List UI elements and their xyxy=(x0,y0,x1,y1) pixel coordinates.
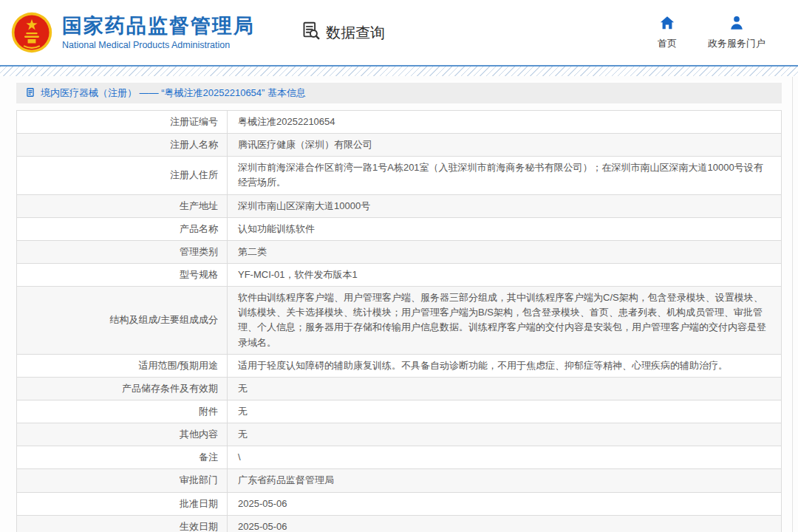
row-label: 备注 xyxy=(17,446,228,469)
table-row: 适用范围/预期用途适用于轻度认知障碍的辅助康复训练。不具备自动诊断功能，不用于焦… xyxy=(17,354,782,377)
table-row: 其他内容无 xyxy=(17,423,782,446)
row-label: 生产地址 xyxy=(17,194,228,217)
nav-item-label: 政务服务门户 xyxy=(708,37,765,50)
nav-item-home[interactable]: 首页 xyxy=(658,15,677,50)
row-label: 批准日期 xyxy=(17,492,228,515)
info-table-body: 注册证编号粤械注准20252210654注册人名称腾讯医疗健康（深圳）有限公司注… xyxy=(17,111,782,532)
row-value: 深圳市前海深港合作区前湾一路1号A栋201室（入驻深圳市前海商务秘书有限公司）；… xyxy=(228,157,782,194)
row-value: 2025-05-06 xyxy=(228,492,782,515)
national-emblem-icon xyxy=(10,11,53,54)
page-edge-line xyxy=(792,77,793,532)
table-row: 批准日期2025-05-06 xyxy=(17,492,782,515)
row-label: 注册人住所 xyxy=(17,157,228,194)
row-label: 型号规格 xyxy=(17,263,228,286)
row-label: 管理类别 xyxy=(17,240,228,263)
document-search-icon xyxy=(301,21,321,44)
row-value: 认知功能训练软件 xyxy=(228,217,782,240)
registration-info-table: 注册证编号粤械注准20252210654注册人名称腾讯医疗健康（深圳）有限公司注… xyxy=(16,110,782,532)
row-label: 注册人名称 xyxy=(17,134,228,157)
row-label: 附件 xyxy=(17,400,228,423)
row-value: 广东省药品监督管理局 xyxy=(228,469,782,492)
table-row: 审批部门广东省药品监督管理局 xyxy=(17,469,782,492)
nav-item-label: 首页 xyxy=(658,37,677,50)
table-row: 备注\ xyxy=(17,446,782,469)
row-label: 适用范围/预期用途 xyxy=(17,354,228,377)
row-value: 无 xyxy=(228,400,782,423)
row-label: 其他内容 xyxy=(17,423,228,446)
row-value: YF-MCI-01，软件发布版本1 xyxy=(228,263,782,286)
data-query-label: 数据查询 xyxy=(326,23,385,43)
row-value: 适用于轻度认知障碍的辅助康复训练。不具备自动诊断功能，不用于焦虑症、抑郁症等精神… xyxy=(228,354,782,377)
row-value: 无 xyxy=(228,377,782,400)
row-label: 结构及组成/主要组成成分 xyxy=(17,287,228,355)
nav-item-service-portal[interactable]: 政务服务门户 xyxy=(708,15,765,50)
data-query-link[interactable]: 数据查询 xyxy=(301,21,385,44)
site-logo[interactable]: 国家药品监督管理局 National Medical Products Admi… xyxy=(10,11,255,54)
row-value: 深圳市南山区深南大道10000号 xyxy=(228,194,782,217)
table-row: 生效日期2025-05-06 xyxy=(17,515,782,532)
org-names: 国家药品监督管理局 National Medical Products Admi… xyxy=(62,15,255,50)
top-nav: 首页 政务服务门户 xyxy=(658,15,765,50)
row-label: 注册证编号 xyxy=(17,111,228,134)
person-icon xyxy=(729,15,745,33)
row-value: 软件由训练程序客户端、用户管理客户端、服务器三部分组成，其中训练程序客户端为C/… xyxy=(228,287,782,355)
main-content: 境内医疗器械（注册） —— “粤械注准20252210654” 基本信息 注册证… xyxy=(0,76,798,532)
table-row: 附件无 xyxy=(17,400,782,423)
row-value: \ xyxy=(228,446,782,469)
document-icon xyxy=(25,87,35,100)
table-row: 产品名称认知功能训练软件 xyxy=(17,217,782,240)
table-row: 生产地址深圳市南山区深南大道10000号 xyxy=(17,194,782,217)
table-row: 注册证编号粤械注准20252210654 xyxy=(17,111,782,134)
row-value: 腾讯医疗健康（深圳）有限公司 xyxy=(228,134,782,157)
org-name-cn: 国家药品监督管理局 xyxy=(62,15,255,38)
breadcrumb-text: 境内医疗器械（注册） —— “粤械注准20252210654” 基本信息 xyxy=(41,86,306,100)
table-row: 产品储存条件及有效期无 xyxy=(17,377,782,400)
row-label: 产品名称 xyxy=(17,217,228,240)
org-name-en: National Medical Products Administration xyxy=(62,40,255,50)
row-label: 审批部门 xyxy=(17,469,228,492)
table-row: 管理类别第二类 xyxy=(17,240,782,263)
site-header: 国家药品监督管理局 National Medical Products Admi… xyxy=(0,0,798,65)
row-label: 产品储存条件及有效期 xyxy=(17,377,228,400)
breadcrumb[interactable]: 境内医疗器械（注册） —— “粤械注准20252210654” 基本信息 xyxy=(16,83,782,103)
table-row: 结构及组成/主要组成成分软件由训练程序客户端、用户管理客户端、服务器三部分组成，… xyxy=(17,287,782,355)
row-value: 2025-05-06 xyxy=(228,515,782,532)
row-label: 生效日期 xyxy=(17,515,228,532)
row-value: 第二类 xyxy=(228,240,782,263)
row-value: 无 xyxy=(228,423,782,446)
home-icon xyxy=(659,15,675,33)
table-row: 注册人名称腾讯医疗健康（深圳）有限公司 xyxy=(17,134,782,157)
row-value: 粤械注准20252210654 xyxy=(228,111,782,134)
table-row: 注册人住所深圳市前海深港合作区前湾一路1号A栋201室（入驻深圳市前海商务秘书有… xyxy=(17,157,782,194)
hatch-stripe xyxy=(0,66,798,76)
table-row: 型号规格YF-MCI-01，软件发布版本1 xyxy=(17,263,782,286)
